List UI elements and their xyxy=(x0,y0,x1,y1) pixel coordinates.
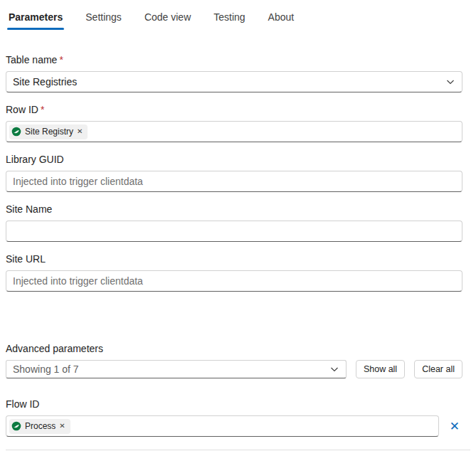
table-name-group: Table name* Site Registries xyxy=(6,53,462,92)
flow-id-row: Process ✕ ✕ xyxy=(6,415,462,437)
library-guid-group: Library GUID xyxy=(6,152,462,192)
bottom-divider xyxy=(6,450,470,450)
required-asterisk: * xyxy=(41,104,44,115)
site-name-group: Site Name xyxy=(6,202,462,242)
table-name-label-text: Table name xyxy=(6,54,57,65)
flow-id-token[interactable]: Process ✕ xyxy=(9,419,70,434)
row-id-field[interactable]: Site Registry ✕ xyxy=(6,121,462,142)
tab-bar: Parameters Settings Code view Testing Ab… xyxy=(0,0,476,30)
chevron-down-icon xyxy=(445,77,455,87)
tab-about[interactable]: About xyxy=(267,10,296,30)
token-label: Process xyxy=(25,421,55,431)
tab-settings[interactable]: Settings xyxy=(84,10,123,30)
process-icon xyxy=(11,421,21,431)
row-id-token[interactable]: Site Registry ✕ xyxy=(9,124,88,139)
advanced-parameters-row: Showing 1 of 7 Show all Clear all xyxy=(6,360,462,378)
table-name-label: Table name* xyxy=(6,53,462,67)
tab-testing[interactable]: Testing xyxy=(212,10,246,30)
library-guid-label: Library GUID xyxy=(6,152,462,166)
row-id-label: Row ID* xyxy=(6,102,462,117)
dismiss-icon[interactable]: ✕ xyxy=(77,128,83,135)
flow-id-field[interactable]: Process ✕ xyxy=(6,415,439,437)
clear-flow-id-icon[interactable]: ✕ xyxy=(450,420,462,433)
tab-parameters[interactable]: Parameters xyxy=(7,10,64,30)
flow-id-group: Flow ID Process ✕ ✕ xyxy=(6,397,462,437)
show-all-button[interactable]: Show all xyxy=(356,360,405,378)
row-id-group: Row ID* Site Registry ✕ xyxy=(6,102,462,142)
chevron-down-icon xyxy=(329,364,339,374)
row-id-label-text: Row ID xyxy=(6,104,38,115)
tab-code-view[interactable]: Code view xyxy=(143,10,192,30)
parameters-panel: Table name* Site Registries Row ID* Site… xyxy=(0,30,476,437)
clear-all-button[interactable]: Clear all xyxy=(414,360,462,378)
flow-id-label: Flow ID xyxy=(6,397,462,411)
site-url-group: Site URL xyxy=(6,252,462,292)
required-asterisk: * xyxy=(59,54,63,65)
site-url-input[interactable] xyxy=(6,270,462,292)
token-label: Site Registry xyxy=(25,127,73,137)
dataverse-icon xyxy=(11,127,21,137)
site-name-input[interactable] xyxy=(6,221,462,242)
advanced-parameters-label: Advanced parameters xyxy=(6,341,462,356)
site-url-label: Site URL xyxy=(6,252,462,266)
dismiss-icon[interactable]: ✕ xyxy=(59,423,65,430)
library-guid-input[interactable] xyxy=(6,171,462,192)
table-name-combobox[interactable]: Site Registries xyxy=(6,71,462,92)
advanced-parameters-value: Showing 1 of 7 xyxy=(13,364,79,375)
site-name-label: Site Name xyxy=(6,202,462,216)
advanced-parameters-section: Advanced parameters Showing 1 of 7 Show … xyxy=(6,341,462,378)
table-name-value: Site Registries xyxy=(13,76,77,87)
advanced-parameters-dropdown[interactable]: Showing 1 of 7 xyxy=(6,360,347,378)
